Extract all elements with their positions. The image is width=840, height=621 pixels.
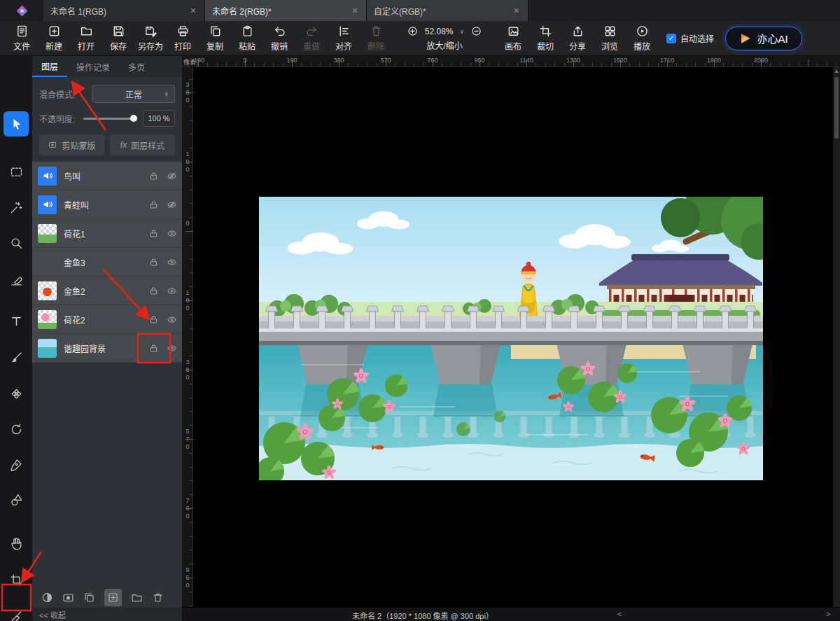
tab-layers[interactable]: 图层	[32, 56, 67, 77]
tab-label: 未命名 2(RGB)*	[212, 5, 351, 17]
print-button[interactable]: 打印	[167, 22, 199, 55]
brand-ai-button[interactable]: 亦心AI	[725, 27, 802, 50]
hand-tool[interactable]	[4, 530, 29, 555]
layer-row-lotus2[interactable]: 荷花2	[32, 305, 182, 334]
layer-row-goldfish2[interactable]: 金鱼2	[32, 277, 182, 305]
lock-icon[interactable]	[148, 200, 159, 210]
repair-brush-tool[interactable]	[4, 603, 29, 621]
tab-history[interactable]: 操作记录	[67, 56, 119, 77]
opacity-slider[interactable]	[83, 118, 136, 120]
grid-icon	[603, 25, 617, 38]
copy-button[interactable]: 复制	[199, 22, 231, 55]
layer-mask-icon[interactable]	[62, 592, 74, 603]
clipping-mask-icon	[48, 140, 57, 150]
brush-icon	[9, 350, 24, 365]
duplicate-layer-icon[interactable]	[83, 592, 95, 603]
next-page-button[interactable]: >	[826, 610, 830, 618]
crop-button[interactable]: 裁切	[529, 22, 561, 55]
scrollbar-thumb[interactable]	[834, 77, 839, 139]
eye-off-icon[interactable]	[167, 171, 177, 181]
clipping-mask-button[interactable]: 剪贴蒙版	[39, 134, 104, 155]
scroll-up-icon[interactable]	[834, 69, 839, 73]
layer-row-goldfish3[interactable]: 金鱼3	[32, 248, 182, 277]
chevron-down-icon[interactable]: ∨	[460, 28, 465, 35]
blend-mode-select[interactable]: 正常 ∨	[92, 85, 175, 103]
canvas-image[interactable]	[259, 197, 763, 480]
new-button[interactable]: 新建	[38, 22, 70, 55]
lock-icon[interactable]	[148, 286, 159, 296]
collapse-panel-button[interactable]: << 收起	[32, 608, 182, 621]
brush-tool[interactable]	[4, 344, 29, 370]
eye-icon[interactable]	[167, 286, 177, 296]
eraser-tool[interactable]	[4, 267, 29, 292]
share-button[interactable]: 分享	[561, 22, 594, 55]
vertical-scrollbar[interactable]	[833, 67, 840, 607]
layer-row-background[interactable]: 谐趣园背景	[32, 334, 182, 363]
open-button[interactable]: 打开	[70, 22, 102, 55]
save-button[interactable]: 保存	[102, 22, 134, 55]
history-brush-tool[interactable]	[4, 417, 29, 442]
eye-icon[interactable]	[167, 343, 177, 354]
shape-tool[interactable]	[4, 487, 29, 512]
lock-icon[interactable]	[148, 314, 159, 325]
tab-document-3[interactable]: 自定义(RGB)* ×	[367, 0, 528, 21]
eye-icon[interactable]	[167, 314, 177, 325]
main-toolbar: 文件 新建 打开 保存 另存为 打印 复制 粘贴	[0, 21, 840, 56]
zoom-value[interactable]: 52.08%	[425, 27, 454, 36]
shapes-icon	[9, 492, 24, 507]
mosaic-tool[interactable]	[4, 381, 29, 406]
align-button[interactable]: 对齐	[328, 22, 360, 55]
play-button[interactable]: 播放	[626, 22, 658, 55]
tab-pages[interactable]: 多页	[119, 56, 154, 77]
lock-icon[interactable]	[148, 171, 159, 181]
magnifier-icon	[9, 236, 24, 251]
new-layer-button[interactable]	[104, 589, 122, 606]
move-tool[interactable]	[4, 111, 29, 137]
lock-icon[interactable]	[148, 228, 159, 239]
chevron-down-icon: ∨	[164, 90, 169, 97]
app-logo[interactable]	[0, 0, 43, 21]
close-icon[interactable]: ×	[189, 5, 197, 16]
delete-layer-icon[interactable]	[152, 592, 164, 603]
tab-document-1[interactable]: 未命名 1(RGB) ×	[43, 0, 205, 21]
eye-icon[interactable]	[167, 257, 177, 267]
zoom-control: 52.08% ∨ 放大/缩小	[392, 22, 497, 55]
undo-button[interactable]: 撤销	[263, 22, 295, 55]
layer-style-button[interactable]: fx 图层样式	[110, 134, 175, 155]
close-icon[interactable]: ×	[351, 5, 359, 16]
layer-row-birdsong[interactable]: 鸟叫	[32, 162, 182, 190]
zoom-tool[interactable]	[4, 230, 29, 256]
close-icon[interactable]: ×	[512, 5, 521, 16]
canvas-area[interactable]: 像素 -190019038057076095011401330152017101…	[182, 56, 840, 621]
paste-button[interactable]: 粘贴	[231, 22, 263, 55]
checkbox-checked-icon[interactable]: ✓	[666, 34, 676, 43]
layer-row-lotus1[interactable]: 荷花1	[32, 219, 182, 248]
save-as-button[interactable]: 另存为	[134, 22, 167, 55]
layer-row-frogcall[interactable]: 青蛙叫	[32, 190, 182, 219]
hand-icon	[9, 536, 24, 550]
browse-button[interactable]: 浏览	[594, 22, 626, 55]
file-button[interactable]: 文件	[6, 22, 38, 55]
ruler-unit-label: 像素	[183, 57, 196, 67]
text-tool[interactable]	[4, 308, 29, 333]
slider-knob[interactable]	[130, 115, 137, 122]
save-icon	[112, 25, 125, 38]
zoom-out-icon[interactable]	[470, 25, 482, 37]
eye-icon[interactable]	[167, 228, 177, 239]
prev-page-button[interactable]: <	[617, 610, 622, 618]
crop-tool[interactable]	[4, 567, 29, 592]
pen-tool[interactable]	[4, 452, 29, 477]
quick-select-tool[interactable]	[4, 195, 29, 220]
layer-name: 金鱼2	[64, 285, 176, 297]
marquee-select-tool[interactable]	[4, 159, 29, 184]
zoom-in-icon[interactable]	[407, 25, 419, 37]
eye-off-icon[interactable]	[167, 200, 177, 210]
opacity-value[interactable]: 100%	[143, 110, 175, 127]
canvas-button[interactable]: 画布	[497, 22, 529, 55]
group-folder-icon[interactable]	[131, 592, 143, 603]
tab-document-2[interactable]: 未命名 2(RGB)* ×	[205, 0, 367, 21]
adjustment-icon[interactable]	[41, 592, 53, 603]
lock-icon[interactable]	[148, 343, 159, 354]
auto-select-toggle[interactable]: ✓ 自动选择	[666, 32, 714, 44]
lock-icon[interactable]	[148, 257, 159, 267]
